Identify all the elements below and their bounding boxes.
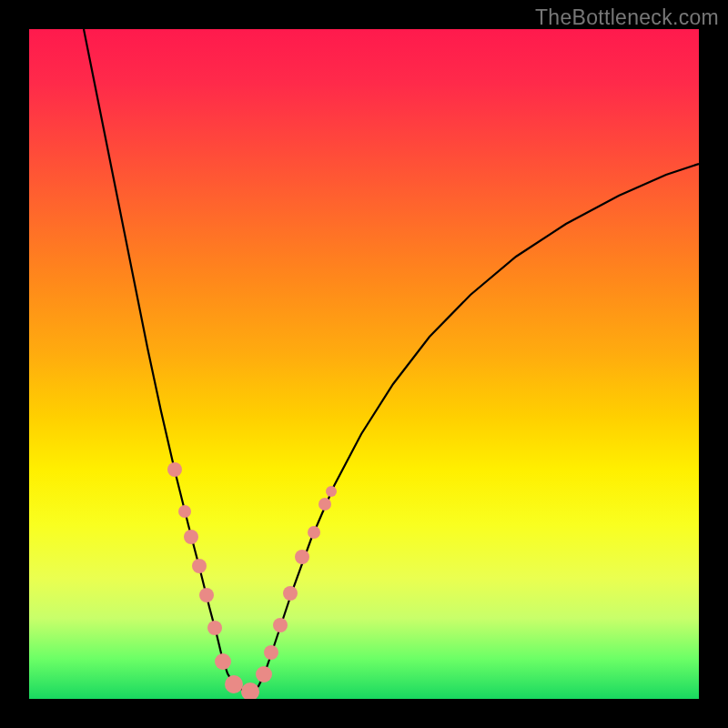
scatter-dot (264, 645, 278, 660)
scatter-dot (256, 666, 272, 682)
left-curve (84, 29, 253, 692)
scatter-dot (283, 586, 298, 601)
scatter-dot (178, 505, 191, 518)
scatter-dot (199, 588, 214, 602)
scatter-dot (308, 526, 320, 539)
scatter-dot (184, 530, 198, 544)
scatter-dot (192, 559, 207, 573)
scatter-dot (241, 682, 259, 699)
scatter-dot (318, 498, 331, 511)
scatter-dot (167, 462, 182, 477)
scatter-dot (326, 486, 337, 497)
right-curve (253, 164, 699, 692)
scatter-dot (225, 675, 243, 693)
watermark-text: TheBottleneck.com (535, 5, 719, 30)
scatter-dot (273, 618, 288, 632)
scatter-dot (295, 550, 309, 564)
chart-frame: TheBottleneck.com (0, 0, 728, 728)
scatter-dot (215, 653, 231, 670)
scatter-dot (207, 621, 222, 635)
chart-svg (29, 29, 699, 699)
scatter-dots (167, 462, 337, 699)
plot-area (29, 29, 699, 699)
